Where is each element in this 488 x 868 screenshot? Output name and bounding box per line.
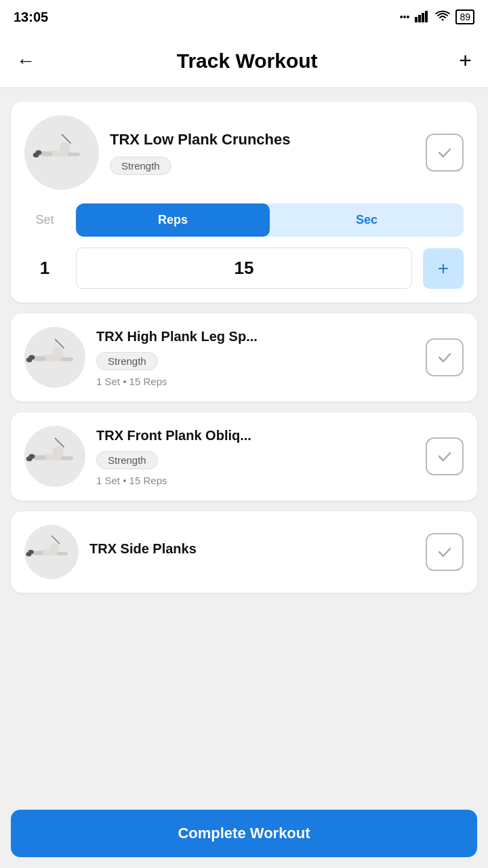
status-time: 13:05 — [14, 9, 48, 25]
svg-line-11 — [55, 339, 64, 349]
set-number: 1 — [24, 258, 65, 279]
set-controls-1: Set Reps Sec 1 + — [24, 203, 464, 289]
bottom-spacer — [11, 604, 477, 658]
exercise-card-1: TRX Low Plank Crunches Strength Set Reps… — [11, 102, 477, 302]
svg-rect-1 — [418, 15, 421, 22]
network-icon — [415, 10, 430, 24]
svg-rect-7 — [41, 151, 53, 156]
exercise-avatar-3 — [24, 426, 85, 487]
battery-icon: 89 — [455, 9, 474, 24]
exercise-avatar-2 — [24, 327, 85, 388]
exercise-tag-2: Strength — [96, 352, 158, 370]
exercise-avatar-4 — [24, 525, 79, 579]
complete-workout-button[interactable]: Complete Workout — [11, 810, 477, 857]
sec-toggle-button[interactable]: Sec — [270, 203, 464, 237]
exercise-tag-1: Strength — [110, 157, 171, 175]
svg-line-18 — [55, 438, 64, 448]
header: ← Track Workout + — [0, 34, 488, 88]
exercise-name-3: TRX Front Plank Obliq... — [96, 427, 415, 444]
complete-bar: Complete Workout — [0, 799, 488, 868]
svg-point-24 — [26, 456, 33, 461]
exercise-header-3: TRX Front Plank Obliq... Strength 1 Set … — [24, 426, 464, 487]
exercise-tag-3: Strength — [96, 451, 158, 469]
page-title: Track Workout — [177, 50, 318, 73]
svg-rect-14 — [34, 356, 46, 361]
status-icons: ••• 89 — [400, 9, 474, 24]
exercise-card-2: TRX High Plank Leg Sp... Strength 1 Set … — [11, 313, 477, 401]
svg-rect-15 — [61, 357, 73, 361]
reps-toggle-button[interactable]: Reps — [76, 203, 270, 237]
svg-point-17 — [26, 357, 33, 362]
set-label: Set — [24, 213, 65, 227]
check-button-4[interactable] — [426, 533, 464, 571]
exercise-stats-3: 1 Set • 15 Reps — [96, 475, 415, 486]
check-button-1[interactable] — [426, 134, 464, 172]
reps-input[interactable] — [76, 248, 412, 289]
exercise-card-3: TRX Front Plank Obliq... Strength 1 Set … — [11, 412, 477, 500]
svg-rect-29 — [57, 552, 68, 555]
svg-rect-28 — [33, 551, 43, 555]
add-set-button[interactable]: + — [423, 248, 464, 289]
svg-line-25 — [52, 536, 60, 544]
svg-rect-21 — [34, 455, 46, 460]
exercise-name-4: TRX Side Planks — [89, 540, 415, 557]
exercise-name-1: TRX Low Plank Crunches — [110, 130, 415, 150]
exercise-info-3: TRX Front Plank Obliq... Strength 1 Set … — [96, 427, 415, 486]
back-button[interactable]: ← — [16, 50, 35, 72]
svg-line-4 — [62, 134, 71, 144]
svg-rect-0 — [415, 17, 418, 22]
exercise-header-1: TRX Low Plank Crunches Strength — [24, 115, 464, 190]
svg-rect-3 — [425, 11, 428, 22]
svg-rect-22 — [61, 456, 73, 460]
svg-point-10 — [33, 153, 39, 157]
exercise-name-2: TRX High Plank Leg Sp... — [96, 328, 415, 345]
exercise-stats-2: 1 Set • 15 Reps — [96, 376, 415, 387]
exercise-list: TRX Low Plank Crunches Strength Set Reps… — [0, 88, 488, 671]
reps-sec-toggle: Reps Sec — [76, 203, 464, 237]
check-button-3[interactable] — [426, 437, 464, 475]
exercise-info-1: TRX Low Plank Crunches Strength — [110, 130, 415, 175]
check-button-2[interactable] — [426, 338, 464, 376]
exercise-header-4: TRX Side Planks — [24, 525, 464, 579]
exercise-info-2: TRX High Plank Leg Sp... Strength 1 Set … — [96, 328, 415, 387]
exercise-card-4: TRX Side Planks — [11, 511, 477, 593]
set-header-row: Set Reps Sec — [24, 203, 464, 237]
add-button[interactable]: + — [459, 48, 472, 73]
set-input-row: 1 + — [24, 248, 464, 289]
exercise-info-4: TRX Side Planks — [89, 540, 415, 564]
svg-point-31 — [26, 552, 31, 556]
wifi-icon — [435, 10, 450, 24]
exercise-header-2: TRX High Plank Leg Sp... Strength 1 Set … — [24, 327, 464, 388]
signal-icon: ••• — [400, 12, 410, 22]
svg-rect-2 — [422, 13, 424, 22]
status-bar: 13:05 ••• 89 — [0, 0, 488, 34]
svg-rect-8 — [68, 153, 80, 156]
exercise-avatar-1 — [24, 115, 99, 190]
